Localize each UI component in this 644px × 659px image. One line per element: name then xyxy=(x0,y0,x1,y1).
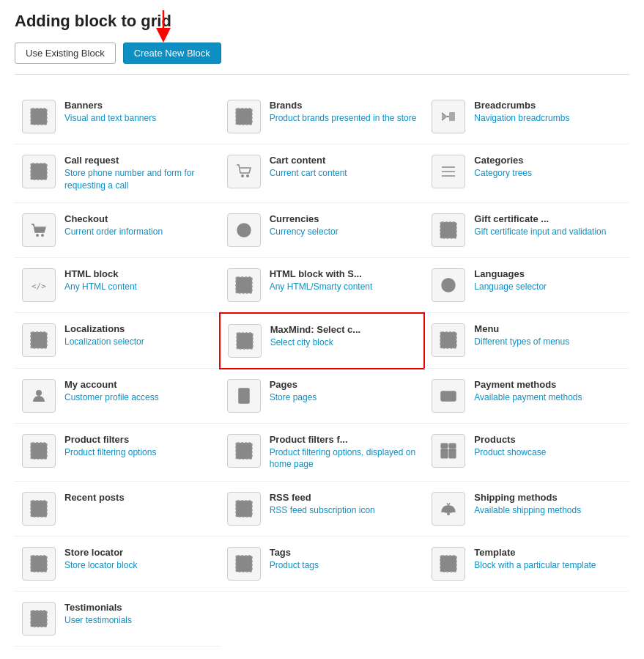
tags-icon xyxy=(227,547,261,581)
myaccount-icon xyxy=(22,379,56,413)
block-item-categories[interactable]: CategoriesCategory trees xyxy=(424,144,629,203)
svg-rect-46 xyxy=(236,556,252,572)
block-title: Tags xyxy=(270,547,418,558)
block-title: MaxMind: Select c... xyxy=(270,324,417,335)
block-title: Cart content xyxy=(270,155,418,166)
block-desc: Language selector xyxy=(474,281,622,293)
svg-rect-19 xyxy=(236,277,252,293)
red-arrow-icon xyxy=(152,10,174,43)
block-item-pages[interactable]: PagesStore pages xyxy=(220,369,425,424)
brands-icon xyxy=(227,100,261,133)
use-existing-button[interactable]: Use Existing Block xyxy=(15,43,116,64)
cart-icon xyxy=(227,155,261,188)
block-desc: Store phone number and form for requesti… xyxy=(64,167,212,192)
block-item-myaccount[interactable]: My accountCustomer profile access xyxy=(15,369,220,424)
block-item-payment[interactable]: Payment methodsAvailable payment methods xyxy=(424,369,629,424)
block-item-currencies[interactable]: $CurrenciesCurrency selector xyxy=(220,203,425,258)
block-item-brands[interactable]: BrandsProduct brands presented in the st… xyxy=(220,89,425,144)
svg-marker-1 xyxy=(156,28,171,43)
block-desc: Current order information xyxy=(64,226,212,238)
svg-rect-35 xyxy=(31,443,47,459)
block-title: Product filters xyxy=(64,434,212,445)
block-desc: Available shipping methods xyxy=(474,504,622,517)
products-icon xyxy=(432,434,465,468)
block-item-shipping[interactable]: Shipping methodsAvailable shipping metho… xyxy=(424,482,629,537)
block-desc: Any HTML/Smarty content xyxy=(270,281,418,293)
svg-rect-39 xyxy=(441,443,448,448)
block-item-products[interactable]: ProductsProduct showcase xyxy=(424,424,629,482)
block-title: Localizations xyxy=(64,323,212,334)
block-title: Breadcrumbs xyxy=(474,100,622,111)
block-title: Store locator xyxy=(64,547,212,558)
block-item-template[interactable]: TemplateBlock with a particular template xyxy=(424,537,629,592)
block-item-productfilters[interactable]: Product filtersProduct filtering options xyxy=(15,424,220,482)
svg-point-9 xyxy=(246,174,249,177)
checkout-icon xyxy=(22,213,56,247)
breadcrumbs-icon xyxy=(432,100,465,133)
block-desc: Store pages xyxy=(270,391,418,404)
block-desc: Product tags xyxy=(270,559,418,572)
svg-rect-4 xyxy=(449,112,455,121)
block-title: Checkout xyxy=(64,213,212,224)
block-title: HTML block with S... xyxy=(270,268,418,279)
block-title: HTML block xyxy=(64,268,212,279)
svg-text:$: $ xyxy=(241,227,245,235)
create-new-button[interactable]: Create New Block xyxy=(123,43,221,64)
block-item-call[interactable]: Call requestStore phone number and form … xyxy=(15,144,220,203)
svg-rect-3 xyxy=(236,108,252,125)
page-title: Adding block to grid xyxy=(15,12,629,31)
block-item-storelocator[interactable]: Store locatorStore locator block xyxy=(15,537,220,592)
block-grid: BannersVisual and text bannersBrandsProd… xyxy=(15,89,629,647)
productfilters-icon xyxy=(22,434,56,468)
svg-point-28 xyxy=(36,390,42,396)
svg-rect-7 xyxy=(31,163,47,180)
block-item-productfiltersh[interactable]: Product filters f...Product filtering op… xyxy=(220,424,425,482)
productfiltersh-icon xyxy=(227,434,261,468)
block-item-languages[interactable]: LanguagesLanguage selector xyxy=(424,258,629,313)
block-item-htmlsmarty[interactable]: HTML block with S...Any HTML/Smarty cont… xyxy=(220,258,425,313)
block-title: Categories xyxy=(474,155,622,166)
svg-rect-41 xyxy=(31,501,47,517)
localizations-icon xyxy=(22,323,56,357)
block-title: Shipping methods xyxy=(474,492,622,503)
block-title: RSS feed xyxy=(270,492,418,503)
block-desc: Select city block xyxy=(270,336,417,349)
block-desc: Product brands presented in the store xyxy=(270,112,418,125)
block-title: My account xyxy=(64,379,212,390)
block-item-tags[interactable]: TagsProduct tags xyxy=(220,537,425,592)
svg-rect-38 xyxy=(449,449,456,458)
block-title: Gift certificate ... xyxy=(474,213,622,224)
categories-icon xyxy=(432,155,465,188)
currencies-icon: $ xyxy=(227,213,261,247)
svg-rect-17 xyxy=(440,222,456,238)
svg-rect-27 xyxy=(440,332,456,348)
svg-rect-25 xyxy=(31,332,47,348)
payment-icon xyxy=(432,379,465,413)
block-item-html[interactable]: </>HTML blockAny HTML content xyxy=(15,258,220,313)
block-item-banners[interactable]: BannersVisual and text banners xyxy=(15,89,220,144)
svg-point-8 xyxy=(241,174,244,177)
maxmind-icon xyxy=(228,324,262,358)
call-icon xyxy=(22,155,56,188)
block-item-gift[interactable]: Gift certificate ...Gift certificate inp… xyxy=(424,203,629,258)
block-desc: Product filtering options xyxy=(64,446,212,459)
block-item-menu[interactable]: MenuDifferent types of menus xyxy=(424,313,629,369)
svg-point-14 xyxy=(41,234,44,237)
block-desc: RSS feed subscription icon xyxy=(270,504,418,517)
testimonials-icon xyxy=(22,602,56,636)
block-item-breadcrumbs[interactable]: BreadcrumbsNavigation breadcrumbs xyxy=(424,89,629,144)
block-item-checkout[interactable]: CheckoutCurrent order information xyxy=(15,203,220,258)
block-item-cart[interactable]: Cart contentCurrent cart content xyxy=(220,144,425,203)
html-icon: </> xyxy=(22,268,56,302)
shipping-icon xyxy=(432,492,465,526)
block-item-recentposts[interactable]: Recent posts xyxy=(15,482,220,537)
block-desc: Product filtering options, displayed on … xyxy=(270,446,418,471)
svg-rect-26 xyxy=(237,333,253,349)
block-item-maxmind[interactable]: MaxMind: Select c...Select city block xyxy=(219,312,426,369)
block-item-rss[interactable]: RSS feedRSS feed subscription icon xyxy=(220,482,425,537)
block-item-localizations[interactable]: LocalizationsLocalization selector xyxy=(15,313,220,369)
block-item-testimonials[interactable]: TestimonialsUser testimonials xyxy=(15,592,220,647)
svg-point-13 xyxy=(36,234,39,237)
svg-rect-33 xyxy=(441,391,456,401)
block-title: Currencies xyxy=(270,213,418,224)
